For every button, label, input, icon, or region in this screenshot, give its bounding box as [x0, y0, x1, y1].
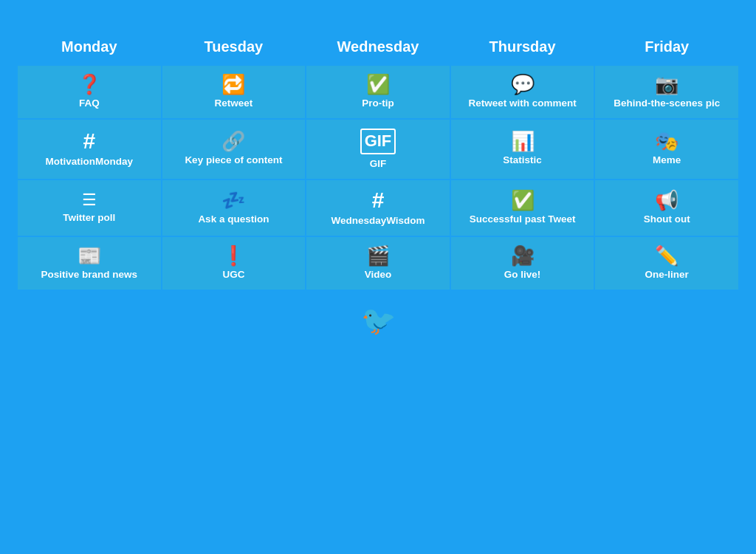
cell-icon: #: [372, 189, 385, 211]
cell-row1-col3: 📊Statistic: [450, 119, 595, 179]
cell-label: Ask a question: [198, 213, 269, 225]
cell-label: Twitter poll: [63, 212, 115, 224]
cell-row3-col2: 🎬Video: [306, 236, 450, 290]
cell-icon: 🔁: [221, 75, 245, 94]
cell-icon: 🔗: [221, 131, 245, 151]
cell-label: Retweet: [215, 98, 253, 109]
cell-icon: 🎭: [655, 131, 678, 151]
column-header-thursday: Thursday: [450, 31, 595, 65]
column-header-wednesday: Wednesday: [306, 31, 450, 65]
cell-label: Retweet with comment: [468, 98, 576, 109]
cell-label: Successful past Tweet: [470, 213, 576, 225]
cell-icon: 📊: [511, 131, 535, 151]
cell-row0-col1: 🔁Retweet: [162, 65, 306, 119]
cell-label: Positive brand news: [41, 269, 138, 281]
cell-row0-col3: 💬Retweet with comment: [450, 65, 595, 119]
cell-label: Meme: [653, 154, 681, 166]
cell-row2-col3: ✅Successful past Tweet: [450, 179, 595, 236]
cell-icon: ❓: [78, 75, 101, 94]
cell-row1-col4: 🎭Meme: [594, 119, 739, 179]
cell-icon: 📰: [78, 246, 101, 265]
cell-icon: 🎥: [511, 246, 535, 265]
cell-label: Key piece of content: [185, 154, 282, 166]
cell-icon: 📷: [655, 75, 678, 94]
cell-row0-col2: ✅Pro-tip: [306, 65, 450, 119]
cell-icon: ✅: [366, 75, 390, 94]
cell-label: MotivationMonday: [46, 156, 134, 168]
cell-label: FAQ: [79, 98, 100, 109]
cell-row0-col4: 📷Behind-the-scenes pic: [594, 65, 739, 119]
column-header-friday: Friday: [594, 31, 739, 65]
cell-label: GIF: [370, 158, 387, 170]
tweet-calendar: MondayTuesdayWednesdayThursdayFriday ❓FA…: [16, 31, 740, 291]
cell-label: Go live!: [504, 269, 541, 281]
cell-row2-col2: #WednesdayWisdom: [306, 179, 450, 236]
cell-row2-col1: 💤Ask a question: [162, 179, 306, 236]
cell-icon: 📢: [655, 191, 678, 210]
cell-icon: GIF: [360, 129, 396, 154]
cell-label: Video: [365, 269, 392, 281]
cell-icon: ❗: [221, 246, 245, 265]
cell-row2-col4: 📢Shout out: [594, 179, 739, 236]
twitter-bird-icon: 🐦: [361, 304, 396, 337]
cell-icon: ☰: [82, 192, 97, 208]
cell-label: Behind-the-scenes pic: [614, 98, 720, 109]
cell-icon: 💬: [511, 75, 535, 94]
cell-row1-col2: GIFGIF: [306, 119, 450, 179]
cell-label: WednesdayWisdom: [331, 215, 425, 227]
cell-row0-col0: ❓FAQ: [17, 65, 162, 119]
cell-row3-col1: ❗UGC: [162, 236, 306, 290]
cell-label: Statistic: [503, 154, 542, 166]
cell-row2-col0: ☰Twitter poll: [17, 179, 162, 236]
cell-icon: 🎬: [366, 246, 390, 265]
cell-row3-col3: 🎥Go live!: [450, 236, 595, 290]
cell-icon: 💤: [221, 191, 245, 210]
cell-row1-col0: #MotivationMonday: [17, 119, 162, 179]
cell-label: One-liner: [645, 269, 689, 281]
cell-row3-col0: 📰Positive brand news: [17, 236, 162, 290]
cell-label: Shout out: [644, 213, 690, 225]
cell-icon: ✅: [511, 191, 535, 210]
cell-label: UGC: [222, 269, 244, 281]
cell-row1-col1: 🔗Key piece of content: [162, 119, 306, 179]
column-header-tuesday: Tuesday: [162, 31, 306, 65]
cell-icon: #: [83, 130, 95, 152]
cell-label: Pro-tip: [362, 98, 394, 109]
column-header-monday: Monday: [17, 31, 162, 65]
cell-icon: ✏️: [655, 246, 678, 265]
cell-row3-col4: ✏️One-liner: [594, 236, 739, 290]
